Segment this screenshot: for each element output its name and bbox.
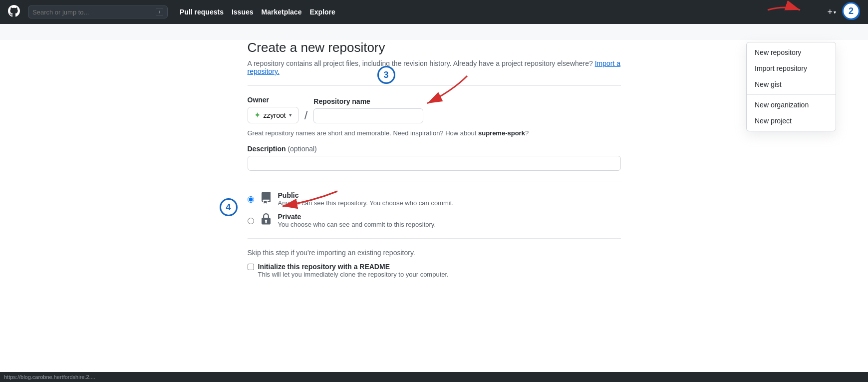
- visibility-section: 4 Public Anyone ca: [248, 191, 621, 228]
- description-label: Description (optional): [248, 145, 621, 153]
- status-url: https://blog.carobne.hertfordshire.2....: [4, 374, 95, 380]
- dropdown-item-new-gist[interactable]: New gist: [747, 76, 836, 92]
- nav-issues[interactable]: Issues: [232, 8, 254, 16]
- public-label: Public: [278, 191, 454, 199]
- repo-name-input[interactable]: [313, 108, 423, 123]
- form-divider-top: [248, 85, 621, 86]
- main-area: Create a new repository A repository con…: [0, 40, 868, 382]
- inspiration-text: Great repository names are short and mem…: [248, 129, 621, 137]
- nav-explore[interactable]: Explore: [309, 8, 335, 16]
- lock-icon: [260, 213, 272, 228]
- search-shortcut-kbd: /: [156, 8, 163, 16]
- plus-icon: +: [827, 7, 833, 17]
- public-desc: Anyone can see this repository. You choo…: [278, 199, 454, 207]
- owner-name: zzyroot: [264, 111, 286, 119]
- slash-divider: /: [304, 109, 308, 121]
- page-title: Create a new repository: [248, 40, 621, 55]
- public-text: Public Anyone can see this repository. Y…: [278, 191, 454, 207]
- navbar-links: Pull requests Issues Marketplace Explore: [180, 8, 335, 16]
- init-checkbox-row: Initialize this repository with a README…: [248, 263, 621, 278]
- github-logo[interactable]: [8, 5, 20, 19]
- dropdown-item-import-repo[interactable]: Import repository: [747, 60, 836, 76]
- description-input[interactable]: [248, 156, 621, 171]
- search-input[interactable]: [32, 8, 156, 16]
- description-optional: (optional): [288, 145, 316, 153]
- avatar-container: zz 2: [844, 4, 860, 20]
- private-desc: You choose who can see and commit to thi…: [278, 221, 436, 228]
- private-text: Private You choose who can see and commi…: [278, 213, 436, 228]
- dropdown-menu: New repository Import repository New gis…: [746, 42, 836, 131]
- new-item-button[interactable]: + ▾: [823, 5, 840, 19]
- init-text: Initialize this repository with a README…: [258, 263, 449, 278]
- form-divider-bottom: [248, 238, 621, 239]
- dropdown-list: New repository Import repository New gis…: [747, 42, 836, 131]
- public-radio[interactable]: [248, 196, 254, 203]
- private-radio[interactable]: [248, 218, 254, 224]
- public-option: Public Anyone can see this repository. Y…: [248, 191, 621, 207]
- dropdown-item-new-project[interactable]: New project: [747, 113, 836, 129]
- form-divider-mid: [248, 181, 621, 181]
- main-content: Create a new repository A repository con…: [240, 40, 629, 278]
- init-label: Initialize this repository with a README: [258, 263, 449, 271]
- search-bar[interactable]: /: [28, 5, 168, 18]
- owner-select[interactable]: ✦ zzyroot ▾: [248, 107, 298, 123]
- nav-marketplace[interactable]: Marketplace: [262, 8, 302, 16]
- annotation-circle-4: 4: [220, 198, 238, 216]
- navbar-right: + ▾ zz 2: [823, 4, 860, 20]
- repo-name-group: Repository name: [313, 97, 423, 123]
- dropdown-divider: [747, 94, 836, 95]
- suggestion-text: supreme-spork: [478, 129, 525, 137]
- chevron-down-icon: ▾: [834, 9, 836, 15]
- book-icon: [260, 192, 272, 207]
- init-desc: This will let you immediately clone the …: [258, 271, 449, 278]
- private-label: Private: [278, 213, 436, 221]
- skip-text: Skip this step if you're importing an ex…: [248, 249, 621, 257]
- status-bar: https://blog.carobne.hertfordshire.2....: [0, 372, 868, 382]
- page-subtitle: A repository contains all project files,…: [248, 59, 621, 75]
- dropdown-item-new-org[interactable]: New organization: [747, 97, 836, 113]
- init-readme-checkbox[interactable]: [248, 264, 254, 270]
- owner-icon: ✦: [254, 110, 261, 120]
- description-group: Description (optional): [248, 145, 621, 171]
- repo-name-label: Repository name: [313, 97, 423, 105]
- navbar: / Pull requests Issues Marketplace Explo…: [0, 0, 868, 24]
- init-section: Initialize this repository with a README…: [248, 263, 621, 278]
- annotation-circle-2: 2: [842, 2, 860, 20]
- owner-group: Owner ✦ zzyroot ▾: [248, 96, 298, 123]
- owner-label: Owner: [248, 96, 298, 104]
- private-option: Private You choose who can see and commi…: [248, 213, 621, 228]
- nav-pull-requests[interactable]: Pull requests: [180, 8, 224, 16]
- chevron-down-icon: ▾: [289, 112, 292, 118]
- annotation-circle-3: 3: [377, 66, 395, 84]
- arrow-to-plus: [765, 0, 805, 20]
- owner-repo-row: 3 Owner ✦ zzyroot ▾ / R: [248, 96, 621, 123]
- dropdown-item-new-repo[interactable]: New repository: [747, 44, 836, 60]
